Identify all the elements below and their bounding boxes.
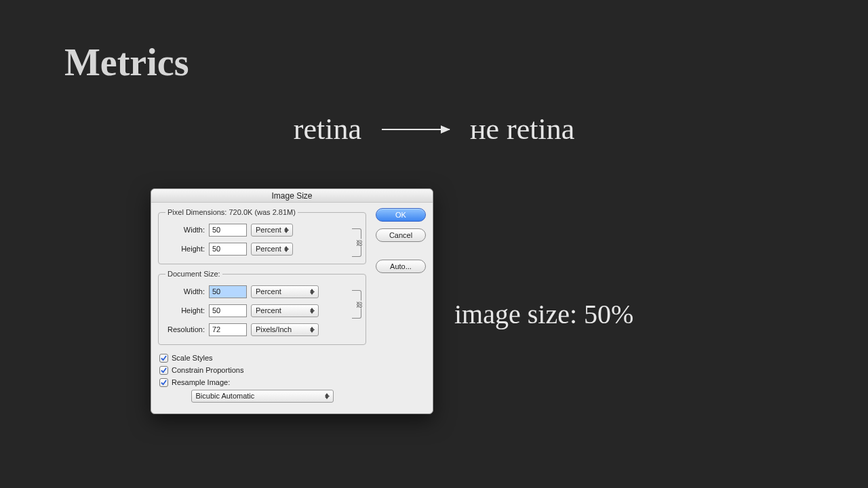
- arrow-right-label: не retina: [470, 112, 574, 146]
- ds-width-input[interactable]: 50: [209, 285, 247, 298]
- ds-resolution-unit-select[interactable]: Pixels/Inch: [251, 323, 319, 336]
- pd-height-label: Height:: [165, 245, 205, 253]
- ds-resolution-input[interactable]: 72: [209, 323, 247, 336]
- resample-checkbox[interactable]: [159, 378, 168, 387]
- pd-width-input[interactable]: 50: [209, 224, 247, 237]
- image-size-dialog: Image Size Pixel Dimensions: 720.0K (was…: [151, 188, 433, 414]
- ds-height-input[interactable]: 50: [209, 304, 247, 317]
- constrain-label: Constrain Proportions: [172, 366, 243, 374]
- document-size-legend: Document Size:: [165, 270, 222, 278]
- scale-styles-checkbox[interactable]: [159, 354, 168, 363]
- pd-width-label: Width:: [165, 226, 205, 234]
- ok-button[interactable]: OK: [376, 208, 426, 222]
- pixel-dimensions-legend: Pixel Dimensions: 720.0K (was 2.81M): [165, 208, 298, 216]
- slide-title: Metrics: [64, 41, 189, 84]
- image-size-caption: image size: 50%: [454, 298, 633, 330]
- dialog-title: Image Size: [151, 189, 433, 203]
- resample-label: Resample Image:: [172, 378, 230, 386]
- pd-height-input[interactable]: 50: [209, 243, 247, 256]
- cancel-button[interactable]: Cancel: [376, 228, 426, 242]
- constrain-checkbox[interactable]: [159, 366, 168, 375]
- pd-height-unit-select[interactable]: Percent: [251, 243, 293, 256]
- ds-resolution-label: Resolution:: [165, 325, 205, 333]
- ds-width-unit-select[interactable]: Percent: [251, 285, 319, 298]
- pixel-dimensions-group: Pixel Dimensions: 720.0K (was 2.81M) Wid…: [158, 208, 366, 264]
- pd-link-icon: ⛓: [352, 228, 361, 257]
- ds-width-label: Width:: [165, 287, 205, 296]
- retina-arrow-row: retina не retina: [0, 112, 868, 146]
- scale-styles-label: Scale Styles: [172, 354, 213, 362]
- ds-height-unit-select[interactable]: Percent: [251, 304, 319, 317]
- arrow-icon: [382, 129, 450, 130]
- ds-height-label: Height:: [165, 306, 205, 314]
- resample-method-select[interactable]: Bicubic Automatic: [191, 390, 334, 403]
- auto-button[interactable]: Auto...: [376, 260, 426, 273]
- arrow-left-label: retina: [294, 112, 361, 146]
- document-size-group: Document Size: Width: 50 Percent Height:…: [158, 270, 366, 345]
- pd-width-unit-select[interactable]: Percent: [251, 224, 293, 237]
- ds-link-icon: ⛓: [352, 290, 361, 319]
